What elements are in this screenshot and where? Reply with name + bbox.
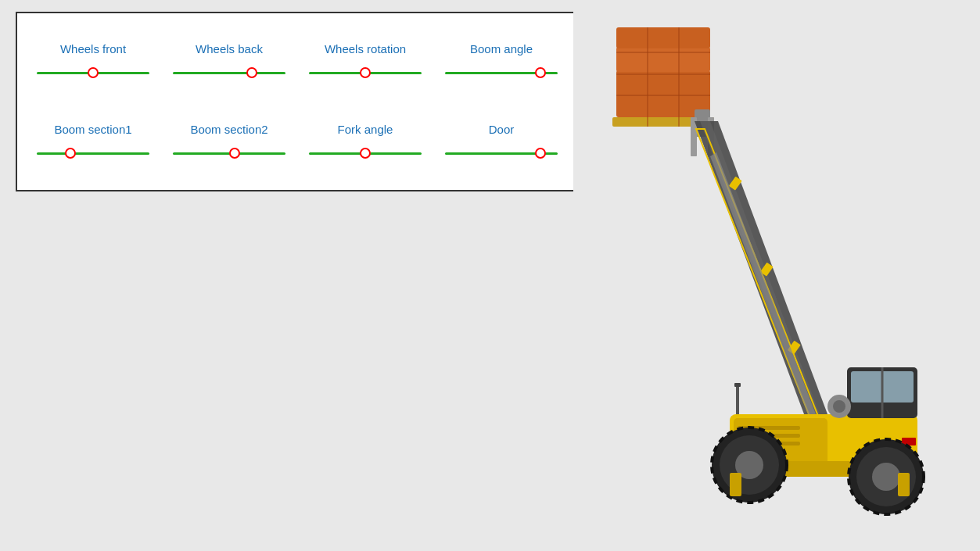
fork-angle-track-container[interactable] — [309, 145, 422, 161]
svg-rect-42 — [730, 473, 741, 496]
crane-svg — [573, 0, 980, 551]
rear-wheels — [849, 439, 924, 514]
fork-angle-thumb[interactable] — [360, 148, 371, 159]
boom-section2-thumb[interactable] — [229, 148, 240, 159]
door-thumb[interactable] — [535, 148, 546, 159]
wheels-back-track — [173, 72, 285, 74]
fork-angle-label: Fork angle — [338, 123, 393, 136]
boom-section1-track — [37, 152, 149, 155]
wheels-front-thumb[interactable] — [88, 67, 99, 78]
slider-group-boom-angle: Boom angle — [433, 21, 569, 102]
slider-group-door: Door — [433, 102, 569, 182]
boom-section1-thumb[interactable] — [65, 148, 76, 159]
svg-point-38 — [872, 463, 900, 491]
boom-angle-thumb[interactable] — [535, 67, 546, 78]
svg-rect-3 — [616, 47, 710, 72]
wheels-rotation-track-container[interactable] — [309, 65, 422, 81]
crane-illustration — [573, 0, 980, 551]
boom-angle-label: Boom angle — [470, 42, 533, 55]
svg-rect-4 — [616, 27, 710, 48]
wheels-back-thumb[interactable] — [246, 67, 257, 78]
slider-group-wheels-rotation: Wheels rotation — [297, 21, 433, 102]
svg-point-31 — [833, 400, 845, 413]
wheels-back-label: Wheels back — [196, 42, 263, 55]
wheels-rotation-thumb[interactable] — [360, 67, 371, 78]
wheels-rotation-label: Wheels rotation — [325, 42, 406, 55]
boom-section1-label: Boom section1 — [54, 123, 131, 136]
control-panel: Wheels front Wheels back Wheels rotation… — [16, 12, 579, 191]
boom-angle-track-container[interactable] — [445, 65, 558, 81]
boom-section2-label: Boom section2 — [190, 123, 267, 136]
slider-group-fork-angle: Fork angle — [297, 102, 433, 182]
boom-section2-track-container[interactable] — [173, 145, 285, 161]
door-label: Door — [489, 123, 515, 136]
slider-group-boom-section2: Boom section2 — [161, 102, 297, 182]
svg-rect-43 — [898, 473, 910, 496]
front-wheels — [712, 428, 787, 503]
slider-group-wheels-back: Wheels back — [161, 21, 297, 102]
wheels-front-label: Wheels front — [60, 42, 126, 55]
slider-group-boom-section1: Boom section1 — [25, 102, 161, 182]
slider-group-wheels-front: Wheels front — [25, 21, 161, 102]
boom-section1-track-container[interactable] — [37, 145, 149, 161]
svg-rect-41 — [734, 383, 741, 387]
door-track-container[interactable] — [445, 145, 558, 161]
wheels-back-track-container[interactable] — [173, 65, 285, 81]
wheels-front-track-container[interactable] — [37, 65, 149, 81]
